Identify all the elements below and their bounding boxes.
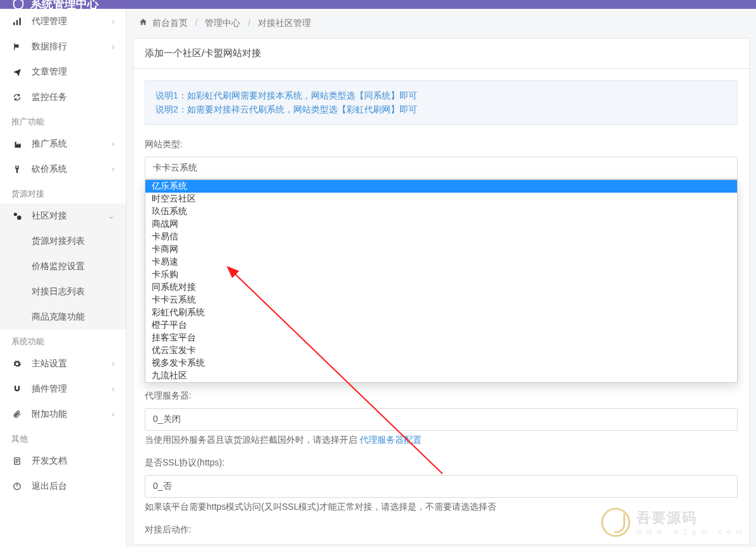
brand-icon [11,0,25,11]
site-type-option-8[interactable]: 同系统对接 [145,281,737,294]
sidebar-item-community-dock[interactable]: 社区对接 ⌄ [0,203,126,229]
proxy-config-link[interactable]: 代理服务器配置 [360,435,422,445]
watermark-logo-icon [601,508,630,537]
sidebar-item-side-other-0[interactable]: 开发文档 [0,448,126,474]
breadcrumb-home[interactable]: 前台首页 [152,18,188,28]
site-type-option-14[interactable]: 视多发卡系统 [145,357,737,370]
flag-icon [11,41,23,52]
home-icon [139,18,150,28]
sidebar-item-side-items-2[interactable]: 文章管理 [0,59,126,85]
sidebar-item-side-items-3[interactable]: 监控任务 [0,85,126,110]
chevron-right-icon: › [112,410,114,419]
sidebar-item-label: 退出后台 [32,481,114,492]
sidebar: 代理管理›数据排行›文章管理监控任务 推广功能 推广系统›砍价系统› 货源对接 … [0,0,126,547]
sidebar-item-side-items-1[interactable]: 数据排行› [0,34,126,59]
plane-icon [11,66,23,78]
agent-icon [11,16,23,27]
site-type-option-9[interactable]: 卡卡云系统 [145,294,737,306]
fork-icon [11,164,23,175]
topbar: 系统管理中心 [0,0,756,9]
attach-icon [11,409,23,420]
sidebar-group-sys: 系统功能 [0,330,126,351]
sidebar-subitem-0[interactable]: 货源对接列表 [0,229,126,254]
sidebar-group-dock: 货源对接 [0,182,126,203]
sidebar-item-label: 代理管理 [32,16,112,27]
site-type-option-3[interactable]: 商战网 [145,218,737,231]
panel-title: 添加一个社区/卡盟网站对接 [133,39,749,69]
sidebar-item-side-promo-0[interactable]: 推广系统› [0,131,126,157]
breadcrumb-current: 对接社区管理 [258,18,311,28]
sidebar-item-label: 监控任务 [32,92,114,103]
app-brand: 系统管理中心 [11,0,99,11]
watermark: 吾要源码 w w w . w 1 y m . c o m [601,508,743,537]
gears-icon [11,210,23,222]
sidebar-subitem-2[interactable]: 对接日志列表 [0,279,126,304]
sidebar-item-label: 推广系统 [32,138,112,150]
sidebar-item-label: 砍价系统 [32,164,112,175]
proxy-select[interactable] [145,408,738,431]
sidebar-item-label: 开发文档 [32,455,114,467]
sidebar-item-label: 文章管理 [32,66,114,78]
site-type-option-15[interactable]: 九流社区 [145,370,737,382]
sidebar-item-label: 主站设置 [32,358,112,370]
svg-point-4 [17,215,21,220]
factory-icon [11,138,23,150]
sidebar-item-side-promo-1[interactable]: 砍价系统› [0,157,126,182]
site-type-option-12[interactable]: 挂客宝平台 [145,332,737,344]
sidebar-item-side-sys-2[interactable]: 附加功能› [0,402,126,427]
main-content: 前台首页 / 管理中心 / 对接社区管理 添加一个社区/卡盟网站对接 说明1：如… [126,0,756,547]
sidebar-item-side-sys-1[interactable]: 插件管理› [0,376,126,402]
svg-rect-2 [20,18,21,25]
gear-icon [11,358,23,370]
chevron-right-icon: › [112,140,114,148]
site-type-option-10[interactable]: 彩虹代刷系统 [145,306,737,319]
site-type-select-wrap: 亿乐系统时空云社区玖伍系统商战网卡易信卡商网卡易速卡乐购同系统对接卡卡云系统彩虹… [145,157,738,179]
svg-rect-1 [16,20,18,25]
chevron-right-icon: › [112,165,114,174]
breadcrumb: 前台首页 / 管理中心 / 对接社区管理 [126,9,756,38]
proxy-label: 代理服务器: [145,390,738,402]
sidebar-item-side-items-0[interactable]: 代理管理› [0,9,126,34]
site-type-option-6[interactable]: 卡易速 [145,256,737,268]
site-type-dropdown: 亿乐系统时空云社区玖伍系统商战网卡易信卡商网卡易速卡乐购同系统对接卡卡云系统彩虹… [145,179,738,383]
proxy-help: 当使用国外服务器且该货源站拦截国外时，请选择开启 代理服务器配置 [145,435,738,446]
site-type-option-7[interactable]: 卡乐购 [145,268,737,281]
site-type-option-13[interactable]: 优云宝发卡 [145,344,737,357]
chevron-right-icon: › [112,17,114,26]
sidebar-subitem-3[interactable]: 商品克隆功能 [0,304,126,330]
svg-rect-0 [13,22,15,25]
sidebar-item-label: 附加功能 [32,409,112,420]
site-type-option-5[interactable]: 卡商网 [145,243,737,256]
sidebar-group-other: 其他 [0,427,126,448]
magnet-icon [11,383,23,395]
chevron-down-icon: ⌄ [108,212,114,220]
sidebar-group-promo: 推广功能 [0,110,126,131]
chevron-right-icon: › [112,42,114,51]
chevron-right-icon: › [112,385,114,394]
chevron-right-icon: › [112,359,114,368]
doc-icon [11,455,23,467]
site-type-option-11[interactable]: 橙子平台 [145,319,737,332]
sidebar-item-label: 插件管理 [32,383,112,395]
site-type-option-0[interactable]: 亿乐系统 [145,180,737,193]
sidebar-item-side-sys-0[interactable]: 主站设置› [0,351,126,376]
svg-point-3 [14,213,17,216]
ssl-select[interactable] [145,475,738,498]
sidebar-item-side-other-1[interactable]: 退出后台 [0,474,126,499]
site-type-option-1[interactable]: 时空云社区 [145,193,737,205]
refresh-icon [11,92,23,103]
sidebar-subitem-1[interactable]: 价格监控设置 [0,254,126,279]
sidebar-item-label: 社区对接 [32,210,108,222]
power-icon [11,481,23,492]
site-type-label: 网站类型: [145,139,738,150]
site-type-option-4[interactable]: 卡易信 [145,231,737,243]
site-type-option-2[interactable]: 玖伍系统 [145,205,737,218]
breadcrumb-center[interactable]: 管理中心 [205,18,240,28]
sidebar-item-label: 数据排行 [32,41,112,52]
notes-box: 说明1：如彩虹代刷网需要对接本系统，网站类型选【同系统】即可 说明2：如需要对接… [145,80,738,125]
site-type-select[interactable] [145,157,738,179]
ssl-label: 是否SSL协议(https): [145,457,738,469]
form-panel: 添加一个社区/卡盟网站对接 说明1：如彩虹代刷网需要对接本系统，网站类型选【同系… [133,38,750,545]
